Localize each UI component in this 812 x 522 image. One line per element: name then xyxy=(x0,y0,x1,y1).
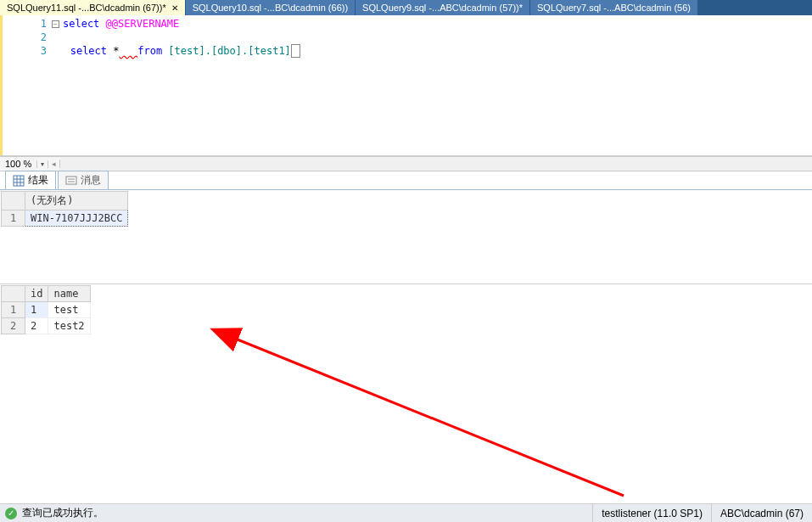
close-icon[interactable]: ✕ xyxy=(171,3,178,13)
sql-editor[interactable]: 1 2 3 −select @@SERVERNAME select * from… xyxy=(0,15,812,156)
status-bar: ✓ 查询已成功执行。 testlistener (11.0 SP1) ABC\d… xyxy=(0,503,812,522)
code-line: −select @@SERVERNAME xyxy=(52,17,812,31)
horizontal-scrollbar[interactable] xyxy=(60,157,812,171)
line-number: 3 xyxy=(3,44,47,58)
results-container: (无列名) 1 WIN-7107JJJ2BCC id name 1 1 test… xyxy=(0,190,812,503)
file-tab-2[interactable]: SQLQuery10.sql -...BC\dcadmin (66)) xyxy=(186,0,356,15)
tab-bar: SQLQuery11.sql -...BC\dcadmin (67))* ✕ S… xyxy=(0,0,812,15)
table-row[interactable]: 1 1 test xyxy=(2,302,91,318)
tab-label: SQLQuery9.sql -...ABC\dcadmin (57))* xyxy=(362,3,523,13)
line-gutter: 1 2 3 xyxy=(3,15,52,155)
corner-cell[interactable] xyxy=(2,192,25,210)
cell-value[interactable]: test xyxy=(48,302,90,318)
svg-rect-0 xyxy=(14,176,24,186)
code-area[interactable]: −select @@SERVERNAME select * from [test… xyxy=(52,15,812,155)
cell-value[interactable]: test2 xyxy=(48,318,90,334)
svg-line-9 xyxy=(233,338,624,496)
status-server: testlistener (11.0 SP1) xyxy=(592,504,711,523)
row-number: 2 xyxy=(2,318,25,334)
result-table-1[interactable]: (无列名) 1 WIN-7107JJJ2BCC xyxy=(1,191,128,227)
status-message: 查询已成功执行。 xyxy=(22,506,104,520)
messages-tab-label: 消息 xyxy=(81,173,101,188)
column-header[interactable]: id xyxy=(25,286,48,302)
result-table-2[interactable]: id name 1 1 test 2 2 test2 xyxy=(1,285,91,334)
tab-label: SQLQuery7.sql -...ABC\dcadmin (56) xyxy=(537,3,691,13)
zoom-value: 100 % xyxy=(0,159,36,169)
annotation-arrow xyxy=(0,285,812,503)
grid-icon xyxy=(13,175,25,187)
results-tab[interactable]: 结果 xyxy=(5,171,56,189)
success-icon: ✓ xyxy=(5,508,17,519)
column-header[interactable]: name xyxy=(48,286,90,302)
corner-cell[interactable] xyxy=(2,286,25,302)
status-user: ABC\dcadmin (67) xyxy=(711,504,812,523)
scroll-left-icon[interactable]: ◂ xyxy=(48,160,60,168)
svg-rect-5 xyxy=(66,177,76,184)
cell-value[interactable]: 2 xyxy=(25,318,48,334)
code-line: select * from [test].[dbo].[test1] xyxy=(52,44,812,58)
cell-value[interactable]: 1 xyxy=(25,302,48,318)
table-row[interactable]: 1 WIN-7107JJJ2BCC xyxy=(2,210,128,227)
code-line xyxy=(52,31,812,44)
zoom-dropdown[interactable]: ▾ xyxy=(36,160,48,168)
row-number: 1 xyxy=(2,302,25,318)
row-number: 1 xyxy=(2,210,25,227)
messages-icon xyxy=(65,175,77,187)
zoom-bar: 100 % ▾ ◂ xyxy=(0,156,812,171)
messages-tab[interactable]: 消息 xyxy=(58,171,109,189)
file-tab-4[interactable]: SQLQuery7.sql -...ABC\dcadmin (56) xyxy=(530,0,698,15)
line-number: 2 xyxy=(3,31,47,44)
file-tab-3[interactable]: SQLQuery9.sql -...ABC\dcadmin (57))* xyxy=(356,0,530,15)
file-tab-1[interactable]: SQLQuery11.sql -...BC\dcadmin (67))* ✕ xyxy=(0,0,186,15)
result-grid-1: (无列名) 1 WIN-7107JJJ2BCC xyxy=(0,191,812,284)
line-number: 1 xyxy=(3,17,47,31)
column-header[interactable]: (无列名) xyxy=(25,192,128,210)
cell-value[interactable]: WIN-7107JJJ2BCC xyxy=(25,210,128,227)
results-tab-label: 结果 xyxy=(28,173,48,188)
table-row[interactable]: 2 2 test2 xyxy=(2,318,91,334)
tab-label: SQLQuery11.sql -...BC\dcadmin (67))* xyxy=(7,3,166,13)
collapse-icon[interactable]: − xyxy=(52,20,59,28)
status-left: ✓ 查询已成功执行。 xyxy=(0,506,592,520)
tab-label: SQLQuery10.sql -...BC\dcadmin (66)) xyxy=(193,3,348,13)
result-grid-2: id name 1 1 test 2 2 test2 xyxy=(0,285,812,503)
result-tabs: 结果 消息 xyxy=(0,171,812,190)
